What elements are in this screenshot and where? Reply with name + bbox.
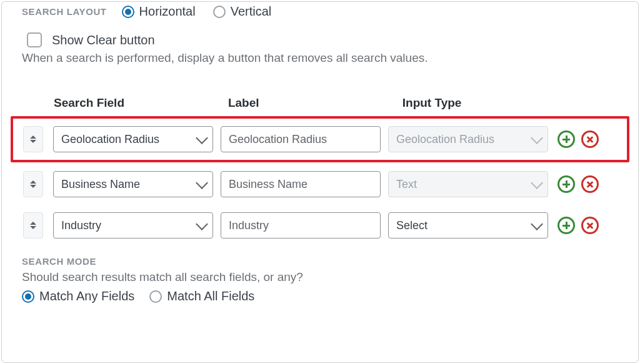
search-field-value: Geolocation Radius — [61, 133, 159, 146]
show-clear-row: Show Clear button — [2, 27, 638, 47]
radio-indicator — [149, 290, 162, 303]
input-type-value: Select — [396, 219, 428, 232]
search-layout-row: SEARCH LAYOUT Horizontal Vertical — [2, 2, 638, 27]
input-type-select[interactable]: Select — [388, 212, 548, 239]
section-header-search-layout: SEARCH LAYOUT — [22, 6, 107, 17]
remove-row-icon[interactable] — [581, 217, 599, 234]
mode-radio-any-label: Match Any Fields — [39, 289, 134, 303]
add-row-icon[interactable] — [558, 175, 575, 193]
search-field-select[interactable]: Business Name — [53, 171, 213, 197]
table-header: Search Field Label Input Type — [11, 75, 629, 116]
radio-indicator — [122, 6, 134, 18]
chevron-down-icon — [531, 177, 543, 189]
layout-radio-horizontal-label: Horizontal — [139, 4, 196, 19]
show-clear-label: Show Clear button — [52, 33, 155, 47]
drag-handle-icon[interactable] — [23, 126, 43, 152]
section-header-search-mode: SEARCH MODE — [22, 256, 618, 267]
remove-row-icon[interactable] — [581, 175, 599, 193]
remove-row-icon[interactable] — [581, 130, 599, 148]
layout-radio-group: Horizontal Vertical — [122, 4, 272, 19]
show-clear-checkbox[interactable] — [27, 32, 42, 47]
label-value: Business Name — [229, 178, 308, 191]
search-field-select[interactable]: Industry — [53, 212, 213, 239]
label-input[interactable]: Business Name — [221, 171, 381, 197]
chevron-down-icon — [531, 132, 543, 144]
chevron-down-icon — [196, 218, 208, 230]
col-header-label: Label — [223, 96, 398, 115]
input-type-select: Geolocation Radius — [388, 126, 548, 152]
chevron-down-icon — [531, 218, 543, 230]
chevron-down-icon — [196, 177, 208, 189]
search-field-value: Industry — [61, 219, 101, 232]
label-input[interactable]: Geolocation Radius — [221, 126, 381, 152]
add-row-icon[interactable] — [558, 130, 575, 148]
drag-handle-icon[interactable] — [23, 212, 43, 239]
input-type-select: Text — [388, 171, 548, 197]
show-clear-help: When a search is performed, display a bu… — [2, 47, 638, 75]
layout-radio-horizontal[interactable]: Horizontal — [122, 4, 196, 19]
mode-radio-any[interactable]: Match Any Fields — [22, 289, 134, 303]
search-mode-section: SEARCH MODE Should search results match … — [2, 246, 638, 308]
search-mode-help: Should search results match all search f… — [22, 270, 618, 284]
add-row-icon[interactable] — [558, 217, 575, 234]
label-value: Industry — [229, 219, 269, 232]
table-row: Business Name Business Name Text — [11, 164, 629, 205]
col-header-field: Search Field — [49, 96, 223, 115]
layout-radio-vertical-label: Vertical — [231, 4, 272, 19]
input-type-value: Text — [396, 178, 417, 191]
drag-handle-icon[interactable] — [23, 171, 43, 197]
table-row: Geolocation Radius Geolocation Radius Ge… — [11, 116, 629, 162]
label-value: Geolocation Radius — [229, 133, 327, 146]
table-row: Industry Industry Select — [11, 205, 629, 246]
mode-radio-group: Match Any Fields Match All Fields — [22, 289, 618, 303]
layout-radio-vertical[interactable]: Vertical — [213, 4, 272, 19]
fields-area: Search Field Label Input Type Geolocatio… — [2, 75, 638, 246]
label-input[interactable]: Industry — [221, 212, 381, 239]
search-field-select[interactable]: Geolocation Radius — [53, 126, 213, 152]
mode-radio-all[interactable]: Match All Fields — [149, 289, 254, 303]
mode-radio-all-label: Match All Fields — [167, 289, 254, 303]
radio-indicator — [213, 6, 226, 18]
col-header-input: Input Type — [398, 96, 572, 115]
input-type-value: Geolocation Radius — [396, 133, 494, 146]
search-field-value: Business Name — [61, 178, 140, 191]
chevron-down-icon — [196, 132, 208, 144]
radio-indicator — [22, 290, 34, 303]
